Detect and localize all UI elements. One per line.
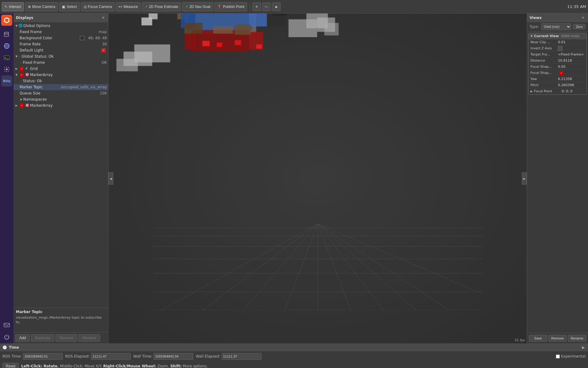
taskbar-settings-icon[interactable] xyxy=(1,64,12,75)
marker-array-2-item[interactable]: ▶ ✓ 🎯 MarkerArray xyxy=(13,102,108,109)
move-camera-button[interactable]: ⊕ Move Camera xyxy=(25,2,58,11)
invert-z-row[interactable]: Invert Z Axis xyxy=(529,45,586,52)
interact-button[interactable]: ↖ Interact xyxy=(2,2,24,11)
target-frame-row[interactable]: Target Fra... <Fixed Frame> xyxy=(529,52,586,58)
time-fields-row: ROS Time: ROS Elapsed: Wall Time: Wall E… xyxy=(0,351,588,362)
svg-line-25 xyxy=(318,224,417,310)
toolbar-minus-button[interactable]: — xyxy=(262,2,271,11)
wall-time-input[interactable] xyxy=(153,353,193,360)
views-rename-button[interactable]: Rename xyxy=(568,335,586,342)
frame-rate-row[interactable]: Frame Rate 30 xyxy=(13,41,108,47)
toolbar-add-button[interactable]: + xyxy=(252,2,261,11)
nav-goal-button[interactable]: ↗ 2D Nav Goal xyxy=(182,2,213,11)
near-clip-row[interactable]: Near Clip ... 0.01 xyxy=(529,39,586,45)
namespaces-row[interactable]: ▶ Namespaces xyxy=(13,96,108,102)
focal-shape-2-checkbox[interactable]: ✓ xyxy=(559,71,564,75)
focal-shape-2-row[interactable]: Focal Shap... ✓ xyxy=(529,70,586,76)
marker-array-1-checkbox[interactable]: ✓ xyxy=(20,73,24,77)
global-status-item[interactable]: ▼ ✓ Global Status: Ok xyxy=(13,53,108,59)
duplicate-button[interactable]: Duplicate xyxy=(31,334,54,342)
default-light-checkbox[interactable]: ✓ xyxy=(101,48,106,52)
grid-icon: # xyxy=(25,67,29,71)
default-light-row[interactable]: Default Light ✓ xyxy=(13,47,108,53)
pitch-row[interactable]: Pitch 0.260398 xyxy=(529,82,586,88)
time-controls-row: Reset Left-Click: Rotate. Middle-Click: … xyxy=(0,362,588,368)
yaw-row[interactable]: Yaw 6.21358 xyxy=(529,76,586,82)
bg-color-value: 48; 48; 48 xyxy=(88,36,107,40)
taskbar-files-icon[interactable] xyxy=(1,29,12,40)
queue-size-row[interactable]: Queue Size 100 xyxy=(13,90,108,96)
near-clip-label: Near Clip ... xyxy=(530,40,558,44)
nav-goal-label: 2D Nav Goal xyxy=(189,5,210,9)
ros-elapsed-input[interactable] xyxy=(91,353,131,360)
ros-time-input[interactable] xyxy=(23,353,63,360)
distance-row[interactable]: Distance 10.8118 xyxy=(529,58,586,64)
focal-point-row[interactable]: ▶ Focal Point 0; 0; 0 xyxy=(529,88,586,94)
wall-elapsed-input[interactable] xyxy=(222,353,262,360)
focal-shape-1-row[interactable]: Focal Shap... 0.05 xyxy=(529,64,586,70)
move-camera-label: Move Camera xyxy=(32,5,55,9)
taskbar-ubuntu-icon[interactable] xyxy=(1,15,12,26)
viewport-collapse-right[interactable]: ▶ xyxy=(522,172,527,185)
default-light-label: Default Light xyxy=(20,48,100,52)
marker-array-1-item[interactable]: ▼ ✓ 🎯 MarkerArray xyxy=(13,72,108,78)
zero-button[interactable]: Zero xyxy=(573,24,586,29)
bg-color-row[interactable]: Background Color 48; 48; 48 xyxy=(13,35,108,41)
fixed-frame-status-row[interactable]: ✓ Fixed Frame OK xyxy=(13,59,108,66)
marker-status-check: ✓ xyxy=(20,79,22,83)
grid-checkbox[interactable]: ✓ xyxy=(20,67,24,71)
pose-estimate-button[interactable]: ↗ 2D Pose Estimate xyxy=(142,2,181,11)
fixed-frame-row[interactable]: Fixed Frame map xyxy=(13,29,108,35)
taskbar-mail-icon[interactable] xyxy=(1,320,12,331)
viewport[interactable]: ◀ ▶ 31 fps xyxy=(108,13,527,343)
experimental-checkbox[interactable] xyxy=(556,355,560,358)
global-status-check: ✓ xyxy=(18,55,21,58)
reset-button[interactable]: Reset xyxy=(2,363,19,368)
add-button[interactable]: Add xyxy=(15,334,30,342)
views-save-button[interactable]: Save xyxy=(529,335,547,342)
grid-item[interactable]: ▶ ✓ # Grid xyxy=(13,66,108,72)
focus-camera-button[interactable]: ◎ Focus Camera xyxy=(81,2,115,11)
grid-arrow: ▶ xyxy=(15,67,18,71)
frame-rate-label: Frame Rate xyxy=(20,42,100,46)
pose-estimate-label: 2D Pose Estimate xyxy=(149,5,178,9)
target-frame-value: <Fixed Frame> xyxy=(558,52,585,56)
views-buttons: Save Remove Rename xyxy=(527,333,588,343)
current-view-section: ▼ Current View Orbit (rviz) Near Clip ..… xyxy=(528,33,587,95)
displays-close-button[interactable]: ✕ xyxy=(101,15,106,20)
taskbar-browser-icon[interactable] xyxy=(1,40,12,52)
svg-rect-49 xyxy=(141,17,152,25)
measure-button[interactable]: ⊷ Measure xyxy=(116,2,141,11)
viewport-collapse-left[interactable]: ◀ xyxy=(108,172,113,185)
marker-status-row[interactable]: ✓ Status: Ok xyxy=(13,78,108,84)
views-remove-button[interactable]: Remove xyxy=(548,335,567,342)
toolbar-separator-1 xyxy=(250,3,250,10)
select-button[interactable]: ▣ Select xyxy=(59,2,79,11)
taskbar-rviz-icon[interactable]: RViz xyxy=(1,75,12,86)
ros-elapsed-group: ROS Elapsed: xyxy=(65,353,131,360)
wall-elapsed-group: Wall Elapsed: xyxy=(196,353,261,360)
time-panel-expand[interactable]: ▶ xyxy=(581,345,586,350)
remove-button[interactable]: Remove xyxy=(55,334,77,342)
taskbar-power-icon[interactable] xyxy=(1,331,12,342)
invert-z-checkbox[interactable] xyxy=(558,46,562,51)
views-type-select[interactable]: Orbit (rviz) xyxy=(541,23,571,30)
ros-time-group: ROS Time: xyxy=(2,353,63,360)
marker-array-2-icon: 🎯 xyxy=(25,103,29,108)
toolbar-camera-button[interactable]: ◈ xyxy=(272,2,281,11)
taskbar-terminal-icon[interactable] xyxy=(1,52,12,63)
global-options-item[interactable]: ▼ 🌐 Global Options xyxy=(13,23,108,29)
publish-point-button[interactable]: 📍 Publish Point xyxy=(214,2,247,11)
near-clip-value: 0.01 xyxy=(558,40,585,44)
svg-point-2 xyxy=(6,17,7,19)
rename-button[interactable]: Rename xyxy=(78,334,100,342)
global-status-label: Global Status: Ok xyxy=(21,54,107,59)
cursor-icon: ↖ xyxy=(5,5,8,9)
marker-topic-row[interactable]: Marker Topic /occupied_cells_vis_array xyxy=(13,84,108,90)
focal-point-arrow-icon: ▶ xyxy=(530,90,533,93)
views-close-button[interactable]: ✕ xyxy=(581,15,586,20)
focal-point-label: Focal Point xyxy=(534,89,562,93)
svg-point-1 xyxy=(5,18,9,22)
marker-array-2-checkbox[interactable]: ✓ xyxy=(20,103,24,108)
queue-size-value: 100 xyxy=(100,91,107,95)
